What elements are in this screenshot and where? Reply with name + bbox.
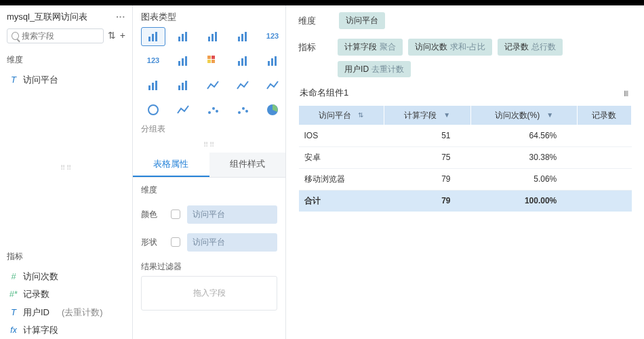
col-header[interactable]: 记录数 (577, 105, 631, 125)
shelf-measure-label: 指标 (298, 39, 338, 54)
tab-table-props[interactable]: 表格属性 (133, 153, 209, 177)
prop-shape-label: 形状 (141, 237, 164, 248)
chart-type-table[interactable] (141, 27, 165, 46)
source-menu-icon[interactable]: ··· (116, 11, 125, 23)
svg-rect-7 (212, 34, 214, 41)
chart-type-number[interactable]: 123 (260, 27, 285, 46)
chart-type-pivot[interactable] (171, 52, 195, 71)
svg-rect-19 (238, 61, 240, 66)
meas-chip-访问次数[interactable]: 访问次数求和-占比 (408, 39, 492, 56)
svg-rect-6 (208, 37, 210, 41)
col-header[interactable]: 访问次数(%)▼ (471, 105, 578, 125)
prop-dimension-label: 维度 (141, 184, 164, 196)
svg-point-32 (208, 111, 211, 114)
chart-type-column[interactable] (260, 52, 285, 71)
svg-rect-17 (207, 60, 211, 63)
svg-rect-21 (245, 56, 247, 66)
svg-rect-4 (182, 34, 184, 41)
col-header[interactable]: 访问平台⇅ (299, 105, 384, 125)
svg-point-31 (148, 105, 158, 115)
table-row[interactable]: 移动浏览器795.06% (299, 168, 632, 190)
add-field-icon[interactable]: + (120, 29, 125, 43)
meas-chip-计算字段[interactable]: 计算字段聚合 (338, 39, 403, 56)
table-row[interactable]: 安卓7530.38% (299, 147, 632, 169)
svg-rect-3 (178, 37, 180, 41)
field-platform[interactable]: T访问平台 (7, 71, 125, 89)
svg-rect-2 (155, 32, 157, 41)
sort-icon[interactable]: ⇅ (108, 29, 116, 43)
svg-rect-25 (148, 85, 150, 90)
datasource-title: mysql_互联网访问表 (7, 11, 116, 23)
svg-rect-22 (268, 61, 270, 66)
chart-type-sparkline[interactable] (171, 100, 195, 119)
filter-drop-zone[interactable]: 拖入字段 (141, 276, 277, 311)
svg-rect-23 (271, 58, 273, 66)
tab-component-style[interactable]: 组件样式 (209, 153, 286, 177)
dim-chip-platform[interactable]: 访问平台 (339, 12, 385, 29)
color-picker-icon[interactable] (171, 210, 180, 219)
svg-point-34 (216, 110, 218, 113)
svg-rect-8 (215, 32, 217, 41)
svg-rect-24 (275, 56, 277, 66)
chart-type-col-stack[interactable] (141, 76, 165, 95)
chart-type-matrix[interactable] (201, 27, 225, 46)
data-table: 访问平台⇅计算字段▼访问次数(%)▼记录数 IOS5164.56%安卓7530.… (298, 105, 632, 212)
divider-grip[interactable]: ⠿⠿ (7, 89, 125, 247)
prop-color-label: 颜色 (141, 209, 164, 220)
chart-type-heatgrid[interactable] (201, 52, 225, 71)
svg-rect-10 (241, 34, 243, 41)
svg-rect-30 (185, 81, 187, 90)
chart-type-scatter[interactable] (201, 100, 225, 119)
widget-config-icon[interactable]: ⫼ (622, 87, 630, 99)
svg-point-37 (245, 110, 248, 113)
svg-rect-0 (148, 37, 150, 41)
svg-rect-20 (241, 58, 243, 66)
field-records[interactable]: #*记录数 (7, 285, 125, 303)
chart-type-kpi-tiles[interactable] (230, 27, 255, 46)
svg-rect-1 (152, 34, 154, 41)
search-icon (12, 32, 19, 40)
shape-bound-field[interactable]: 访问平台 (187, 233, 277, 252)
search-input[interactable] (7, 28, 104, 43)
svg-rect-13 (182, 58, 184, 66)
widget-title[interactable]: 未命名组件1 (300, 87, 348, 99)
panel-grip[interactable]: ⠿⠿ (133, 139, 285, 151)
meas-chip-用户ID[interactable]: 用户ID去重计数 (338, 61, 411, 78)
chart-type-pie[interactable] (260, 100, 285, 119)
dimension-label: 维度 (7, 54, 125, 66)
shelf-dimension-label: 维度 (298, 12, 339, 27)
result-filter-title: 结果过滤器 (133, 254, 285, 277)
meas-chip-记录数[interactable]: 记录数总行数 (498, 39, 563, 56)
svg-rect-18 (212, 60, 215, 63)
field-visits[interactable]: #访问次数 (7, 268, 125, 285)
chart-type-bubble[interactable] (230, 100, 255, 119)
svg-point-33 (212, 107, 215, 110)
field-userid[interactable]: T用户ID(去重计数) (7, 304, 125, 321)
group-table-label: 分组表 (133, 122, 285, 139)
chart-type-line-multi[interactable] (201, 76, 225, 95)
chart-type-gauge[interactable] (141, 100, 165, 119)
svg-rect-26 (152, 83, 154, 90)
svg-rect-27 (155, 81, 157, 90)
shape-picker-icon[interactable] (171, 237, 180, 247)
chart-type-num-grid[interactable]: 123 (141, 52, 165, 71)
svg-rect-14 (185, 56, 187, 66)
svg-rect-29 (182, 83, 184, 90)
svg-rect-16 (212, 56, 215, 59)
svg-rect-15 (207, 56, 211, 59)
svg-rect-9 (238, 37, 240, 41)
chart-type-area[interactable] (260, 76, 285, 95)
chart-type-grid[interactable] (171, 27, 195, 46)
chart-type-bar-stack[interactable] (171, 76, 195, 95)
chart-types-title: 图表类型 (133, 5, 285, 27)
svg-point-36 (242, 107, 245, 110)
svg-rect-5 (185, 32, 187, 41)
color-bound-field[interactable]: 访问平台 (187, 205, 277, 224)
svg-point-35 (238, 111, 241, 114)
field-calc[interactable]: fx计算字段 (7, 321, 125, 339)
table-row[interactable]: IOS5164.56% (299, 125, 632, 147)
svg-rect-28 (178, 85, 180, 90)
chart-type-line[interactable] (230, 76, 255, 95)
chart-type-column-grouped[interactable] (230, 52, 255, 71)
col-header[interactable]: 计算字段▼ (384, 105, 470, 125)
